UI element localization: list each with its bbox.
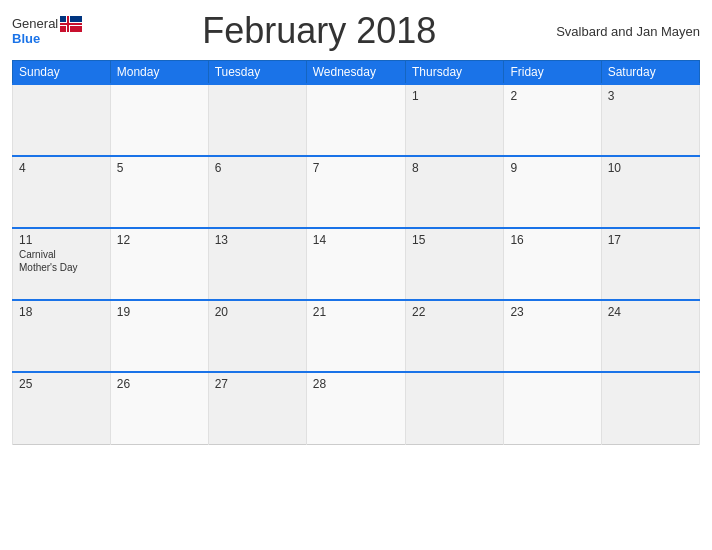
calendar-cell: 22 bbox=[406, 300, 504, 372]
calendar-cell: 17 bbox=[601, 228, 699, 300]
calendar-cell: 23 bbox=[504, 300, 601, 372]
calendar-cell: 6 bbox=[208, 156, 306, 228]
calendar-cell: 10 bbox=[601, 156, 699, 228]
day-number: 27 bbox=[215, 377, 300, 391]
calendar-cell bbox=[504, 372, 601, 444]
calendar-cell: 15 bbox=[406, 228, 504, 300]
day-number: 8 bbox=[412, 161, 497, 175]
day-number: 17 bbox=[608, 233, 693, 247]
calendar-cell: 12 bbox=[110, 228, 208, 300]
week-row-1: 45678910 bbox=[13, 156, 700, 228]
header-friday: Friday bbox=[504, 61, 601, 85]
day-number: 19 bbox=[117, 305, 202, 319]
calendar-cell bbox=[601, 372, 699, 444]
logo: General Blue bbox=[12, 16, 82, 46]
day-number: 15 bbox=[412, 233, 497, 247]
header-tuesday: Tuesday bbox=[208, 61, 306, 85]
calendar-table: Sunday Monday Tuesday Wednesday Thursday… bbox=[12, 60, 700, 445]
event-label: Carnival bbox=[19, 249, 104, 260]
header-sunday: Sunday bbox=[13, 61, 111, 85]
day-number: 20 bbox=[215, 305, 300, 319]
day-number: 2 bbox=[510, 89, 594, 103]
week-row-4: 25262728 bbox=[13, 372, 700, 444]
calendar-cell bbox=[406, 372, 504, 444]
day-number: 3 bbox=[608, 89, 693, 103]
calendar-cell: 13 bbox=[208, 228, 306, 300]
calendar-cell bbox=[208, 84, 306, 156]
logo-flag-icon bbox=[60, 16, 82, 32]
day-number: 24 bbox=[608, 305, 693, 319]
day-number: 23 bbox=[510, 305, 594, 319]
week-row-2: 11CarnivalMother's Day121314151617 bbox=[13, 228, 700, 300]
calendar-cell: 2 bbox=[504, 84, 601, 156]
day-number: 26 bbox=[117, 377, 202, 391]
day-number: 14 bbox=[313, 233, 399, 247]
calendar-cell: 16 bbox=[504, 228, 601, 300]
day-number: 10 bbox=[608, 161, 693, 175]
svg-rect-5 bbox=[60, 23, 82, 25]
day-number: 25 bbox=[19, 377, 104, 391]
calendar-header: General Blue February 2018 Svalbard and … bbox=[12, 10, 700, 52]
logo-general-text: General bbox=[12, 17, 58, 31]
header-thursday: Thursday bbox=[406, 61, 504, 85]
calendar-cell: 5 bbox=[110, 156, 208, 228]
calendar-cell: 18 bbox=[13, 300, 111, 372]
day-number: 1 bbox=[412, 89, 497, 103]
day-number: 16 bbox=[510, 233, 594, 247]
calendar-wrapper: General Blue February 2018 Svalbard and … bbox=[0, 0, 712, 550]
calendar-cell: 28 bbox=[306, 372, 405, 444]
header-wednesday: Wednesday bbox=[306, 61, 405, 85]
day-number: 22 bbox=[412, 305, 497, 319]
day-number: 11 bbox=[19, 233, 104, 247]
day-number: 28 bbox=[313, 377, 399, 391]
calendar-cell bbox=[110, 84, 208, 156]
day-number: 12 bbox=[117, 233, 202, 247]
calendar-cell: 7 bbox=[306, 156, 405, 228]
logo-blue-text: Blue bbox=[12, 32, 40, 46]
calendar-cell: 19 bbox=[110, 300, 208, 372]
week-row-0: 123 bbox=[13, 84, 700, 156]
calendar-cell: 21 bbox=[306, 300, 405, 372]
calendar-title: February 2018 bbox=[82, 10, 556, 52]
event-label: Mother's Day bbox=[19, 262, 104, 273]
calendar-cell: 4 bbox=[13, 156, 111, 228]
day-number: 21 bbox=[313, 305, 399, 319]
header-saturday: Saturday bbox=[601, 61, 699, 85]
calendar-cell: 3 bbox=[601, 84, 699, 156]
calendar-cell bbox=[13, 84, 111, 156]
calendar-cell: 24 bbox=[601, 300, 699, 372]
country-name: Svalbard and Jan Mayen bbox=[556, 24, 700, 39]
calendar-cell: 25 bbox=[13, 372, 111, 444]
day-number: 5 bbox=[117, 161, 202, 175]
calendar-cell: 1 bbox=[406, 84, 504, 156]
day-number: 9 bbox=[510, 161, 594, 175]
calendar-cell: 27 bbox=[208, 372, 306, 444]
day-number: 4 bbox=[19, 161, 104, 175]
day-number: 18 bbox=[19, 305, 104, 319]
day-number: 7 bbox=[313, 161, 399, 175]
calendar-cell: 9 bbox=[504, 156, 601, 228]
calendar-cell: 26 bbox=[110, 372, 208, 444]
day-number: 6 bbox=[215, 161, 300, 175]
weekday-header-row: Sunday Monday Tuesday Wednesday Thursday… bbox=[13, 61, 700, 85]
calendar-cell: 14 bbox=[306, 228, 405, 300]
day-number: 13 bbox=[215, 233, 300, 247]
calendar-cell: 20 bbox=[208, 300, 306, 372]
calendar-cell: 11CarnivalMother's Day bbox=[13, 228, 111, 300]
week-row-3: 18192021222324 bbox=[13, 300, 700, 372]
calendar-cell: 8 bbox=[406, 156, 504, 228]
header-monday: Monday bbox=[110, 61, 208, 85]
calendar-cell bbox=[306, 84, 405, 156]
